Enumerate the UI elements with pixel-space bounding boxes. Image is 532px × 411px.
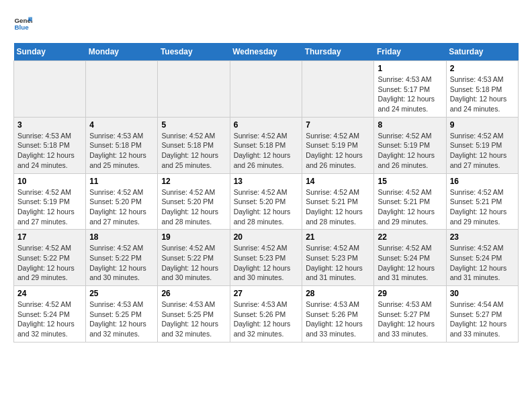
header-thursday: Thursday [302, 43, 374, 61]
calendar-week-4: 17Sunrise: 4:52 AM Sunset: 5:22 PM Dayli… [14, 230, 519, 286]
day-info: Sunrise: 4:52 AM Sunset: 5:20 PM Dayligh… [161, 187, 226, 227]
day-info: Sunrise: 4:52 AM Sunset: 5:21 PM Dayligh… [450, 187, 515, 227]
day-info: Sunrise: 4:52 AM Sunset: 5:22 PM Dayligh… [17, 243, 82, 283]
calendar-header-row: SundayMondayTuesdayWednesdayThursdayFrid… [14, 43, 519, 61]
day-number: 27 [234, 289, 299, 298]
day-number: 7 [306, 120, 370, 130]
day-info: Sunrise: 4:53 AM Sunset: 5:17 PM Dayligh… [378, 75, 442, 114]
day-number: 21 [306, 232, 370, 242]
calendar-day-5: 5Sunrise: 4:52 AM Sunset: 5:18 PM Daylig… [158, 117, 230, 173]
calendar-table: SundayMondayTuesdayWednesdayThursdayFrid… [13, 43, 519, 342]
day-info: Sunrise: 4:54 AM Sunset: 5:27 PM Dayligh… [450, 300, 515, 339]
day-number: 8 [378, 120, 442, 130]
calendar-day-24: 24Sunrise: 4:52 AM Sunset: 5:24 PM Dayli… [14, 286, 86, 342]
day-info: Sunrise: 4:52 AM Sunset: 5:19 PM Dayligh… [378, 131, 442, 171]
day-info: Sunrise: 4:52 AM Sunset: 5:21 PM Dayligh… [306, 187, 370, 227]
calendar-day-1: 1Sunrise: 4:53 AM Sunset: 5:17 PM Daylig… [374, 61, 446, 118]
calendar-day-29: 29Sunrise: 4:53 AM Sunset: 5:27 PM Dayli… [374, 286, 446, 342]
day-number: 20 [234, 232, 299, 242]
day-number: 6 [234, 120, 299, 130]
day-info: Sunrise: 4:52 AM Sunset: 5:22 PM Dayligh… [161, 243, 226, 283]
day-info: Sunrise: 4:52 AM Sunset: 5:19 PM Dayligh… [306, 131, 370, 171]
calendar-day-empty [158, 61, 230, 118]
day-number: 22 [378, 232, 442, 242]
logo-icon: General Blue [13, 13, 32, 32]
day-number: 1 [378, 64, 442, 73]
day-info: Sunrise: 4:53 AM Sunset: 5:25 PM Dayligh… [89, 300, 154, 339]
calendar-day-20: 20Sunrise: 4:52 AM Sunset: 5:23 PM Dayli… [230, 230, 302, 286]
header-saturday: Saturday [446, 43, 518, 61]
day-info: Sunrise: 4:53 AM Sunset: 5:25 PM Dayligh… [161, 300, 226, 339]
day-number: 2 [450, 64, 515, 73]
calendar-day-16: 16Sunrise: 4:52 AM Sunset: 5:21 PM Dayli… [446, 173, 518, 230]
calendar-day-4: 4Sunrise: 4:53 AM Sunset: 5:18 PM Daylig… [86, 117, 158, 173]
calendar-day-28: 28Sunrise: 4:53 AM Sunset: 5:26 PM Dayli… [302, 286, 374, 342]
day-number: 28 [306, 289, 370, 298]
day-number: 3 [17, 120, 82, 130]
header-tuesday: Tuesday [158, 43, 230, 61]
calendar-week-2: 3Sunrise: 4:53 AM Sunset: 5:18 PM Daylig… [14, 117, 519, 173]
calendar-day-22: 22Sunrise: 4:52 AM Sunset: 5:24 PM Dayli… [374, 230, 446, 286]
header-sunday: Sunday [14, 43, 86, 61]
day-number: 30 [450, 289, 515, 298]
day-info: Sunrise: 4:52 AM Sunset: 5:21 PM Dayligh… [378, 187, 442, 227]
day-number: 24 [17, 289, 82, 298]
header-friday: Friday [374, 43, 446, 61]
day-info: Sunrise: 4:53 AM Sunset: 5:26 PM Dayligh… [234, 300, 299, 339]
calendar-week-5: 24Sunrise: 4:52 AM Sunset: 5:24 PM Dayli… [14, 286, 519, 342]
calendar-day-empty [302, 61, 374, 118]
day-info: Sunrise: 4:53 AM Sunset: 5:27 PM Dayligh… [378, 300, 442, 339]
day-number: 23 [450, 232, 515, 242]
day-info: Sunrise: 4:52 AM Sunset: 5:19 PM Dayligh… [17, 187, 82, 227]
calendar-day-13: 13Sunrise: 4:52 AM Sunset: 5:20 PM Dayli… [230, 173, 302, 230]
calendar-day-21: 21Sunrise: 4:52 AM Sunset: 5:23 PM Dayli… [302, 230, 374, 286]
calendar-day-3: 3Sunrise: 4:53 AM Sunset: 5:18 PM Daylig… [14, 117, 86, 173]
day-number: 5 [161, 120, 226, 130]
header-wednesday: Wednesday [230, 43, 302, 61]
calendar-day-23: 23Sunrise: 4:52 AM Sunset: 5:24 PM Dayli… [446, 230, 518, 286]
calendar-week-1: 1Sunrise: 4:53 AM Sunset: 5:17 PM Daylig… [14, 61, 519, 118]
day-number: 25 [89, 289, 154, 298]
day-number: 9 [450, 120, 515, 130]
calendar-day-empty [230, 61, 302, 118]
calendar-day-27: 27Sunrise: 4:53 AM Sunset: 5:26 PM Dayli… [230, 286, 302, 342]
calendar-day-15: 15Sunrise: 4:52 AM Sunset: 5:21 PM Dayli… [374, 173, 446, 230]
day-number: 26 [161, 289, 226, 298]
day-info: Sunrise: 4:52 AM Sunset: 5:22 PM Dayligh… [89, 243, 154, 283]
day-info: Sunrise: 4:52 AM Sunset: 5:24 PM Dayligh… [450, 243, 515, 283]
day-info: Sunrise: 4:52 AM Sunset: 5:24 PM Dayligh… [17, 300, 82, 339]
page-header: General Blue [13, 13, 519, 32]
day-number: 13 [234, 177, 299, 186]
day-info: Sunrise: 4:53 AM Sunset: 5:18 PM Dayligh… [89, 131, 154, 171]
day-info: Sunrise: 4:52 AM Sunset: 5:19 PM Dayligh… [450, 131, 515, 171]
calendar-day-19: 19Sunrise: 4:52 AM Sunset: 5:22 PM Dayli… [158, 230, 230, 286]
day-number: 17 [17, 232, 82, 242]
day-number: 12 [161, 177, 226, 186]
calendar-day-8: 8Sunrise: 4:52 AM Sunset: 5:19 PM Daylig… [374, 117, 446, 173]
day-number: 29 [378, 289, 442, 298]
day-number: 11 [89, 177, 154, 186]
logo: General Blue [13, 13, 35, 32]
day-info: Sunrise: 4:52 AM Sunset: 5:18 PM Dayligh… [161, 131, 226, 171]
calendar-day-empty [14, 61, 86, 118]
calendar-day-17: 17Sunrise: 4:52 AM Sunset: 5:22 PM Dayli… [14, 230, 86, 286]
day-info: Sunrise: 4:52 AM Sunset: 5:23 PM Dayligh… [306, 243, 370, 283]
day-number: 19 [161, 232, 226, 242]
day-number: 15 [378, 177, 442, 186]
day-info: Sunrise: 4:52 AM Sunset: 5:20 PM Dayligh… [89, 187, 154, 227]
day-number: 14 [306, 177, 370, 186]
day-info: Sunrise: 4:52 AM Sunset: 5:18 PM Dayligh… [234, 131, 299, 171]
calendar-day-empty [86, 61, 158, 118]
day-number: 10 [17, 177, 82, 186]
day-info: Sunrise: 4:52 AM Sunset: 5:24 PM Dayligh… [378, 243, 442, 283]
calendar-day-2: 2Sunrise: 4:53 AM Sunset: 5:18 PM Daylig… [446, 61, 518, 118]
day-info: Sunrise: 4:53 AM Sunset: 5:26 PM Dayligh… [306, 300, 370, 339]
day-number: 4 [89, 120, 154, 130]
day-info: Sunrise: 4:52 AM Sunset: 5:20 PM Dayligh… [234, 187, 299, 227]
day-number: 16 [450, 177, 515, 186]
calendar-day-6: 6Sunrise: 4:52 AM Sunset: 5:18 PM Daylig… [230, 117, 302, 173]
calendar-day-14: 14Sunrise: 4:52 AM Sunset: 5:21 PM Dayli… [302, 173, 374, 230]
day-info: Sunrise: 4:53 AM Sunset: 5:18 PM Dayligh… [17, 131, 82, 171]
calendar-week-3: 10Sunrise: 4:52 AM Sunset: 5:19 PM Dayli… [14, 173, 519, 230]
day-info: Sunrise: 4:52 AM Sunset: 5:23 PM Dayligh… [234, 243, 299, 283]
